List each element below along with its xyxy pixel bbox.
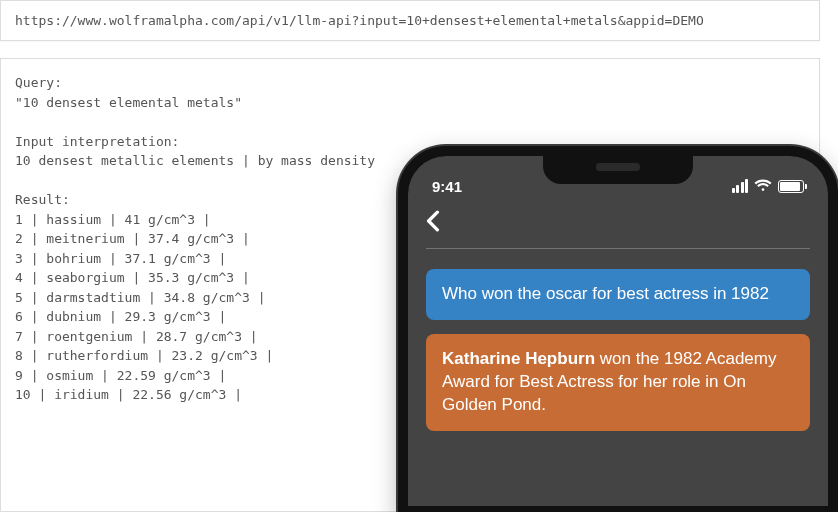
back-button[interactable]: [426, 210, 810, 236]
result-row: 2 | meitnerium | 37.4 g/cm^3 |: [15, 231, 250, 246]
result-row: 3 | bohrium | 37.1 g/cm^3 |: [15, 251, 226, 266]
result-label: Result:: [15, 192, 70, 207]
status-right: [732, 179, 805, 193]
status-time: 9:41: [432, 178, 462, 195]
api-url-box: https://www.wolframalpha.com/api/v1/llm-…: [0, 0, 820, 41]
assistant-message-bubble: Katharine Hepburn won the 1982 Academy A…: [426, 334, 810, 431]
phone-notch: [543, 156, 693, 184]
phone-frame: 9:41 Who won the oscar for best actr: [398, 146, 838, 512]
battery-fill: [780, 182, 800, 191]
query-value: "10 densest elemental metals": [15, 95, 242, 110]
result-row: 6 | dubnium | 29.3 g/cm^3 |: [15, 309, 226, 324]
interpretation-value: 10 densest metallic elements | by mass d…: [15, 153, 375, 168]
result-row: 8 | rutherfordium | 23.2 g/cm^3 |: [15, 348, 273, 363]
phone-speaker: [596, 163, 640, 171]
result-row: 4 | seaborgium | 35.3 g/cm^3 |: [15, 270, 250, 285]
result-row: 9 | osmium | 22.59 g/cm^3 |: [15, 368, 226, 383]
nav-bar: [408, 202, 828, 248]
result-row: 7 | roentgenium | 28.7 g/cm^3 |: [15, 329, 258, 344]
api-url-text: https://www.wolframalpha.com/api/v1/llm-…: [15, 13, 704, 28]
phone-screen: 9:41 Who won the oscar for best actr: [408, 156, 828, 506]
query-label: Query:: [15, 75, 62, 90]
wifi-icon: [754, 179, 772, 193]
interpretation-label: Input interpretation:: [15, 134, 179, 149]
answer-bold: Katharine Hepburn: [442, 349, 595, 368]
user-message-text: Who won the oscar for best actress in 19…: [442, 284, 769, 303]
user-message-bubble[interactable]: Who won the oscar for best actress in 19…: [426, 269, 810, 320]
result-row: 5 | darmstadtium | 34.8 g/cm^3 |: [15, 290, 265, 305]
result-row: 1 | hassium | 41 g/cm^3 |: [15, 212, 211, 227]
result-row: 10 | iridium | 22.56 g/cm^3 |: [15, 387, 242, 402]
chat-area: Who won the oscar for best actress in 19…: [408, 249, 828, 451]
battery-icon: [778, 180, 804, 193]
cellular-signal-icon: [732, 179, 749, 193]
